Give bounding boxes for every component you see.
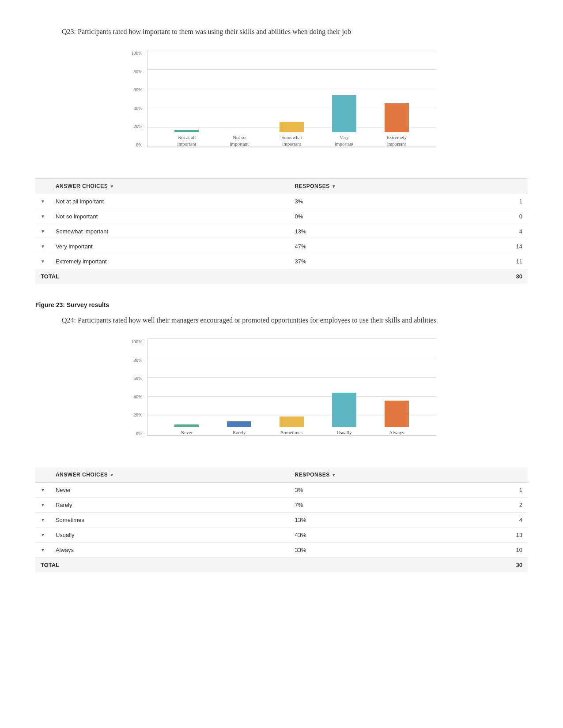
- bar-item: Very important: [332, 95, 356, 147]
- bar: [280, 417, 304, 427]
- y-label: 80%: [133, 357, 142, 363]
- q23-th-count: [469, 179, 528, 194]
- y-label: 40%: [133, 105, 142, 111]
- bar-x-label: Extremely important: [386, 134, 407, 147]
- response-count: 13: [469, 528, 528, 543]
- bar-x-label: Never: [181, 429, 193, 435]
- response-count: 0: [469, 209, 528, 224]
- response-pct: 13%: [290, 224, 469, 239]
- bar: [385, 103, 409, 132]
- answer-choice: Usually: [50, 528, 290, 543]
- row-arrow[interactable]: ▼: [35, 224, 50, 239]
- row-arrow[interactable]: ▼: [35, 209, 50, 224]
- response-pct: 0%: [290, 209, 469, 224]
- answer-choice: Not so important: [50, 209, 290, 224]
- row-arrow[interactable]: ▼: [35, 483, 50, 498]
- bar: [174, 130, 199, 132]
- bar: [332, 393, 356, 427]
- q23-plot: Not at all importantNot so importantSome…: [147, 50, 436, 147]
- row-arrow[interactable]: ▼: [35, 239, 50, 254]
- row-arrow[interactable]: ▼: [35, 513, 50, 528]
- table-row: ▼Never3%1: [35, 483, 528, 498]
- q23-title: Q23: Participants rated how important to…: [35, 26, 528, 37]
- q24-y-labels: 100%80%60%40%20%0%: [127, 339, 145, 436]
- q23-table: ANSWER CHOICES ▼ RESPONSES ▼ ▼Not at all…: [35, 178, 528, 284]
- y-label: 20%: [133, 124, 142, 129]
- bar: [332, 95, 356, 132]
- y-label: 100%: [131, 339, 143, 344]
- row-arrow[interactable]: ▼: [35, 543, 50, 558]
- q24-plot: NeverRarelySometimesUsuallyAlways: [147, 339, 436, 436]
- q24-chart: 100%80%60%40%20%0% NeverRarelySometimesU…: [35, 339, 528, 454]
- response-count: 4: [469, 513, 528, 528]
- response-count: 10: [469, 543, 528, 558]
- q23-th-arrow: [35, 179, 50, 194]
- table-row: ▼Extremely important37%11: [35, 254, 528, 269]
- y-label: 80%: [133, 69, 142, 74]
- response-count: 1: [469, 194, 528, 209]
- table-row: ▼Usually43%13: [35, 528, 528, 543]
- bar-item: Sometimes: [280, 417, 304, 435]
- q23-th-choices[interactable]: ANSWER CHOICES ▼: [50, 179, 290, 194]
- bar-x-label: Not at all important: [178, 134, 196, 147]
- response-count: 4: [469, 224, 528, 239]
- table-row: ▼Not so important0%0: [35, 209, 528, 224]
- q24-choices-sort-arrow[interactable]: ▼: [110, 473, 114, 477]
- q24-th-count: [469, 467, 528, 483]
- q23-responses-sort-arrow[interactable]: ▼: [332, 184, 336, 189]
- table-row: ▼Very important47%14: [35, 239, 528, 254]
- bar-x-label: Sometimes: [281, 429, 302, 435]
- bar-item: Always: [385, 401, 409, 435]
- response-count: 14: [469, 239, 528, 254]
- bar: [280, 122, 304, 132]
- q24-th-arrow: [35, 467, 50, 483]
- answer-choice: Rarely: [50, 498, 290, 513]
- y-label: 0%: [136, 431, 143, 436]
- bar: [227, 421, 251, 427]
- q23-chart: 100%80%60%40%20%0% Not at all importantN…: [35, 50, 528, 165]
- answer-choice: Somewhat important: [50, 224, 290, 239]
- table-row: ▼Always33%10: [35, 543, 528, 558]
- bar-item: Somewhat important: [280, 122, 304, 147]
- bar-item: Extremely important: [385, 103, 409, 147]
- q24-th-responses[interactable]: RESPONSES ▼: [290, 467, 469, 483]
- y-label: 0%: [136, 142, 143, 147]
- response-pct: 37%: [290, 254, 469, 269]
- row-arrow[interactable]: ▼: [35, 254, 50, 269]
- answer-choice: Extremely important: [50, 254, 290, 269]
- answer-choice: Not at all important: [50, 194, 290, 209]
- bar-item: Never: [174, 424, 199, 435]
- q23-choices-sort-arrow[interactable]: ▼: [110, 184, 114, 189]
- bar-x-label: Not so important: [230, 134, 249, 147]
- q23-th-responses[interactable]: RESPONSES ▼: [290, 179, 469, 194]
- q24-total-label: TOTAL: [35, 558, 469, 573]
- q23-y-labels: 100%80%60%40%20%0%: [127, 50, 145, 147]
- bar-item: Not at all important: [174, 130, 199, 147]
- row-arrow[interactable]: ▼: [35, 498, 50, 513]
- q24-th-choices[interactable]: ANSWER CHOICES ▼: [50, 467, 290, 483]
- row-arrow[interactable]: ▼: [35, 528, 50, 543]
- answer-choice: Always: [50, 543, 290, 558]
- response-pct: 3%: [290, 483, 469, 498]
- response-pct: 43%: [290, 528, 469, 543]
- q24-responses-sort-arrow[interactable]: ▼: [332, 473, 336, 477]
- y-label: 60%: [133, 87, 142, 92]
- response-count: 2: [469, 498, 528, 513]
- response-pct: 3%: [290, 194, 469, 209]
- bar-x-label: Rarely: [233, 429, 246, 435]
- bar-x-label: Somewhat important: [281, 134, 302, 147]
- bar: [174, 424, 199, 427]
- q23-total-count: 30: [469, 269, 528, 284]
- q24-total-count: 30: [469, 558, 528, 573]
- bar-x-label: Very important: [335, 134, 354, 147]
- q23-total-label: TOTAL: [35, 269, 469, 284]
- answer-choice: Very important: [50, 239, 290, 254]
- bar-item: Rarely: [227, 421, 251, 435]
- y-label: 40%: [133, 394, 142, 399]
- row-arrow[interactable]: ▼: [35, 194, 50, 209]
- response-pct: 13%: [290, 513, 469, 528]
- bar-x-label: Usually: [336, 429, 351, 435]
- table-row: ▼Not at all important3%1: [35, 194, 528, 209]
- answer-choice: Never: [50, 483, 290, 498]
- response-pct: 33%: [290, 543, 469, 558]
